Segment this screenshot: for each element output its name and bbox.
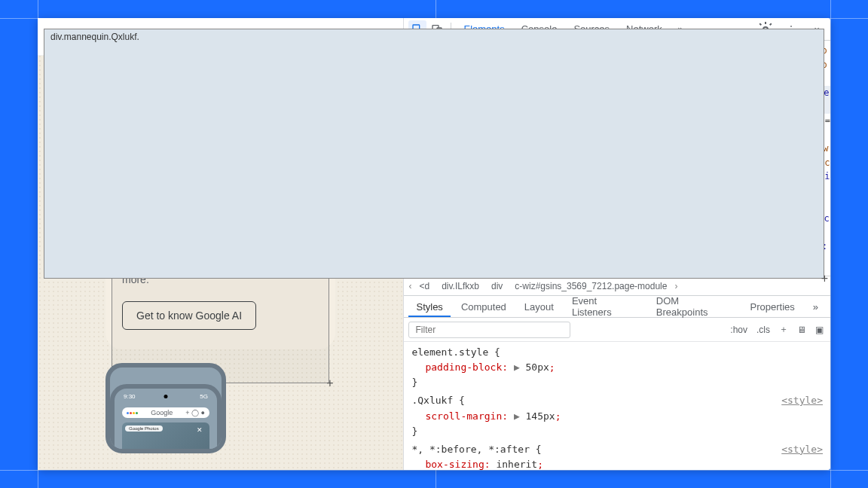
style-rule[interactable]: <style> *, *:before, *:after { box-sizin… — [411, 442, 823, 470]
styles-pane[interactable]: element.style { padding-block: ▶ 50px; }… — [404, 342, 830, 470]
page-preview-pane: Pixel puts AI in your hands. Google AI o… — [38, 18, 404, 470]
kebab-menu-icon[interactable]: ⋮ — [782, 20, 800, 38]
dom-tree[interactable]: ▶<c-wiz jsrenderer="YLqaCd" class="page-… — [404, 41, 830, 276]
computed-styles-icon[interactable]: 🖥 — [795, 323, 808, 337]
style-rule[interactable]: <style> .Qxlukf { scroll-margin: ▶ 145px… — [411, 393, 823, 438]
phone-search-bar: Google + ◯ ● — [122, 407, 209, 418]
svg-point-2 — [352, 41, 354, 43]
hov-toggle[interactable]: :hov — [728, 323, 750, 337]
phone-status: 5G — [200, 393, 208, 400]
svg-point-5 — [383, 32, 387, 37]
svg-line-7 — [132, 154, 135, 157]
account-icon[interactable] — [376, 29, 393, 45]
phone-time: 9:30 — [124, 393, 136, 400]
svg-point-3 — [357, 41, 359, 43]
svg-point-0 — [319, 31, 328, 40]
svg-line-1 — [326, 38, 329, 41]
tab-elements[interactable]: Elements — [456, 18, 512, 40]
subtab-styles[interactable]: Styles — [408, 297, 450, 317]
toggle-sidebar-icon[interactable]: ▣ — [813, 323, 826, 337]
cta-button[interactable]: Get to know Google AI — [122, 301, 256, 330]
hamburger-menu-icon[interactable] — [48, 30, 63, 44]
styles-subtabs: Styles Computed Layout Event Listeners D… — [404, 295, 830, 318]
inspect-element-icon[interactable] — [408, 20, 426, 38]
browser-devtools-window: Pixel puts AI in your hands. Google AI o… — [38, 18, 830, 470]
search-icon[interactable] — [316, 29, 332, 45]
styles-filter-input[interactable] — [408, 322, 570, 338]
hero-image-card — [105, 56, 335, 112]
subtab-layout[interactable]: Layout — [517, 297, 561, 317]
new-style-rule-icon[interactable]: ＋ — [777, 322, 790, 337]
styles-filter-bar: :hov .cls ＋ 🖥 ▣ — [404, 318, 830, 342]
svg-rect-10 — [437, 28, 442, 34]
phone-frame: 9:305G Google + ◯ ● ✕ Google Photos — [110, 384, 222, 453]
cart-icon[interactable] — [346, 29, 362, 45]
phone-close-icon: ✕ — [193, 425, 206, 435]
tab-console[interactable]: Console — [514, 18, 565, 40]
phone-mock-card: 9:305G Google + ◯ ● ✕ Google Photos — [105, 363, 226, 453]
phone-chip: Google Photos — [125, 425, 163, 432]
lens-sparkle-icon — [122, 144, 139, 160]
tabs-overflow-icon[interactable]: » — [671, 20, 689, 38]
google-logo-icon[interactable] — [80, 29, 96, 45]
tab-sources[interactable]: Sources — [566, 18, 617, 40]
settings-gear-icon[interactable] — [756, 20, 775, 38]
card-body-text: Google AI on Pixel 8 phones make everyda… — [122, 209, 319, 288]
subtabs-overflow-icon[interactable]: » — [805, 297, 826, 317]
devtools-tabbar: Elements Console Sources Network » ⋮ ✕ — [404, 18, 830, 41]
device-toolbar-icon[interactable] — [428, 20, 446, 38]
store-header — [38, 18, 403, 56]
subtab-computed[interactable]: Computed — [454, 297, 514, 317]
cls-toggle[interactable]: .cls — [754, 323, 772, 337]
svg-point-11 — [763, 27, 768, 32]
card-heading: Pixel puts AI in your hands. — [122, 177, 319, 194]
style-rule[interactable]: element.style { padding-block: ▶ 50px; } — [411, 345, 823, 390]
subtab-properties[interactable]: Properties — [743, 297, 802, 317]
ai-feature-card: Pixel puts AI in your hands. Google AI o… — [105, 123, 335, 349]
close-devtools-icon[interactable]: ✕ — [808, 20, 826, 38]
svg-point-6 — [125, 147, 133, 155]
tab-network[interactable]: Network — [619, 18, 670, 40]
devtools-panel: Elements Console Sources Network » ⋮ ✕ ▶… — [404, 18, 830, 470]
